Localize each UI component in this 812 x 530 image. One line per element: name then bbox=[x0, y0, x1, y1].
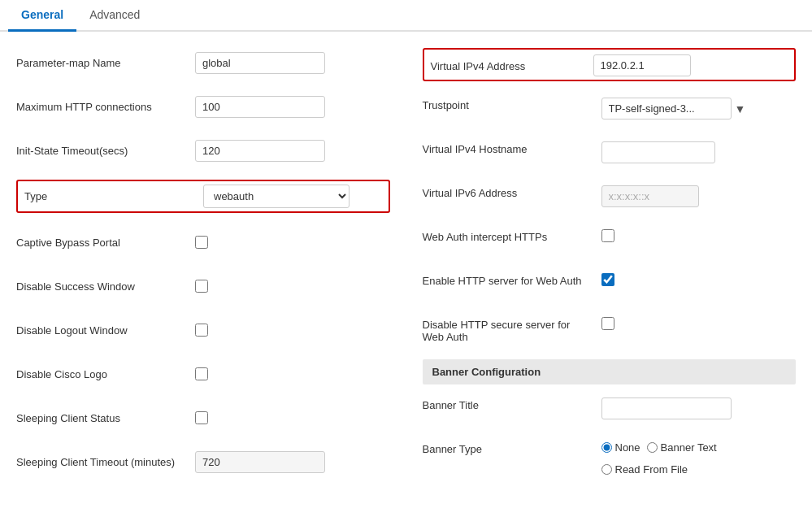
captive-bypass-portal-label: Captive Bypass Portal bbox=[16, 237, 195, 249]
disable-logout-window-label: Disable Logout Window bbox=[16, 324, 195, 337]
captive-bypass-portal-checkbox[interactable] bbox=[195, 236, 208, 249]
banner-type-banner-text-radio[interactable] bbox=[647, 442, 658, 453]
sleeping-client-timeout-input[interactable] bbox=[195, 451, 325, 473]
trustpoint-dropdown-arrow[interactable]: ▼ bbox=[735, 102, 746, 115]
trustpoint-row: Trustpoint ▼ bbox=[423, 96, 797, 125]
disable-http-secure-label: Disable HTTP secure server for Web Auth bbox=[423, 315, 601, 343]
banner-type-label: Banner Type bbox=[423, 440, 601, 455]
banner-type-read-from-file-label: Read From File bbox=[615, 463, 688, 476]
type-select[interactable]: webauth consent authbypass bbox=[203, 185, 350, 208]
init-state-timeout-row: Init-State Timeout(secs) bbox=[16, 136, 390, 165]
parameter-map-name-input[interactable] bbox=[195, 52, 325, 74]
virtual-ipv4-hostname-label: Virtual IPv4 Hostname bbox=[423, 140, 601, 155]
disable-cisco-logo-checkbox[interactable] bbox=[195, 367, 208, 380]
trustpoint-control: ▼ bbox=[601, 96, 797, 119]
disable-http-secure-control bbox=[601, 315, 797, 330]
banner-type-control: None Banner Text Read From File bbox=[601, 440, 797, 476]
virtual-ipv6-address-label: Virtual IPv6 Address bbox=[423, 184, 601, 199]
sleeping-client-status-row: Sleeping Client Status bbox=[16, 403, 390, 432]
virtual-ipv4-label: Virtual IPv4 Address bbox=[431, 57, 593, 72]
banner-type-radio-group: None Banner Text Read From File bbox=[601, 441, 797, 476]
virtual-ipv4-input[interactable] bbox=[593, 54, 691, 76]
disable-http-secure-row: Disable HTTP secure server for Web Auth bbox=[423, 315, 797, 345]
type-control: webauth consent authbypass bbox=[203, 185, 382, 208]
banner-type-none-item[interactable]: None bbox=[601, 441, 640, 454]
enable-http-server-label: Enable HTTP server for Web Auth bbox=[423, 272, 601, 287]
sleeping-client-status-control bbox=[195, 411, 390, 424]
banner-type-banner-text-item[interactable]: Banner Text bbox=[647, 441, 717, 454]
type-label: Type bbox=[24, 190, 203, 202]
max-http-connections-control bbox=[195, 96, 390, 118]
parameter-map-name-control bbox=[195, 52, 390, 74]
sleeping-client-timeout-row: Sleeping Client Timeout (minutes) bbox=[16, 447, 390, 476]
banner-type-none-label: None bbox=[615, 441, 640, 454]
virtual-ipv4-control bbox=[593, 53, 788, 76]
type-row-highlighted: Type webauth consent authbypass bbox=[16, 180, 390, 213]
virtual-ipv4-row: Virtual IPv4 Address bbox=[423, 48, 797, 81]
banner-title-control bbox=[601, 396, 797, 419]
enable-http-server-control bbox=[601, 272, 797, 286]
disable-logout-window-row: Disable Logout Window bbox=[16, 315, 390, 345]
banner-type-none-radio[interactable] bbox=[601, 442, 612, 453]
parameter-map-name-row: Parameter-map Name bbox=[16, 48, 390, 77]
disable-success-window-label: Disable Success Window bbox=[16, 280, 195, 293]
sleeping-client-timeout-label: Sleeping Client Timeout (minutes) bbox=[16, 456, 195, 468]
banner-type-banner-text-label: Banner Text bbox=[661, 441, 717, 454]
banner-title-label: Banner Title bbox=[423, 396, 601, 411]
sleeping-client-timeout-control bbox=[195, 451, 390, 473]
web-auth-intercept-https-row: Web Auth intercept HTTPs bbox=[423, 228, 797, 257]
virtual-ipv4-hostname-row: Virtual IPv4 Hostname bbox=[423, 140, 797, 169]
tab-advanced[interactable]: Advanced bbox=[76, 0, 153, 32]
captive-bypass-portal-row: Captive Bypass Portal bbox=[16, 228, 390, 257]
disable-logout-window-checkbox[interactable] bbox=[195, 324, 208, 337]
max-http-connections-label: Maximum HTTP connections bbox=[16, 101, 195, 113]
enable-http-server-checkbox[interactable] bbox=[601, 273, 614, 286]
web-auth-intercept-https-label: Web Auth intercept HTTPs bbox=[423, 228, 601, 243]
virtual-ipv4-hostname-control bbox=[601, 140, 797, 163]
captive-bypass-portal-control bbox=[195, 236, 390, 249]
disable-http-secure-checkbox[interactable] bbox=[601, 317, 614, 330]
init-state-timeout-label: Init-State Timeout(secs) bbox=[16, 145, 195, 157]
trustpoint-input[interactable] bbox=[601, 98, 732, 119]
web-auth-intercept-https-control bbox=[601, 228, 797, 242]
main-content: Parameter-map Name Maximum HTTP connecti… bbox=[0, 48, 812, 491]
type-row: Type webauth consent authbypass bbox=[16, 180, 390, 213]
banner-type-row: Banner Type None Banner Text Read From F… bbox=[423, 440, 797, 476]
max-http-connections-input[interactable] bbox=[195, 96, 325, 118]
banner-type-read-from-file-radio[interactable] bbox=[601, 464, 612, 475]
banner-title-row: Banner Title bbox=[423, 396, 797, 425]
banner-config-header: Banner Configuration bbox=[423, 359, 797, 384]
max-http-connections-row: Maximum HTTP connections bbox=[16, 92, 390, 121]
tab-general[interactable]: General bbox=[8, 0, 76, 32]
trustpoint-label: Trustpoint bbox=[423, 96, 601, 111]
disable-cisco-logo-control bbox=[195, 367, 390, 380]
web-auth-intercept-https-checkbox[interactable] bbox=[601, 229, 614, 242]
banner-title-input[interactable] bbox=[601, 398, 732, 419]
disable-success-window-control bbox=[195, 280, 390, 293]
sleeping-client-status-checkbox[interactable] bbox=[195, 411, 208, 424]
disable-cisco-logo-row: Disable Cisco Logo bbox=[16, 359, 390, 389]
virtual-ipv6-address-control bbox=[601, 184, 797, 207]
right-panel: Virtual IPv4 Address Trustpoint ▼ Virtua… bbox=[423, 48, 797, 491]
disable-logout-window-control bbox=[195, 324, 390, 337]
disable-success-window-row: Disable Success Window bbox=[16, 272, 390, 301]
banner-type-read-from-file-item[interactable]: Read From File bbox=[601, 463, 797, 476]
disable-success-window-checkbox[interactable] bbox=[195, 280, 208, 293]
virtual-ipv4-hostname-input[interactable] bbox=[601, 141, 715, 163]
parameter-map-name-label: Parameter-map Name bbox=[16, 57, 195, 69]
disable-cisco-logo-label: Disable Cisco Logo bbox=[16, 368, 195, 380]
init-state-timeout-input[interactable] bbox=[195, 140, 325, 162]
virtual-ipv6-address-input[interactable] bbox=[601, 185, 699, 207]
virtual-ipv6-address-row: Virtual IPv6 Address bbox=[423, 184, 797, 213]
sleeping-client-status-label: Sleeping Client Status bbox=[16, 412, 195, 424]
init-state-timeout-control bbox=[195, 140, 390, 162]
tabs-container: General Advanced bbox=[0, 0, 812, 32]
enable-http-server-row: Enable HTTP server for Web Auth bbox=[423, 272, 797, 301]
left-panel: Parameter-map Name Maximum HTTP connecti… bbox=[16, 48, 390, 491]
